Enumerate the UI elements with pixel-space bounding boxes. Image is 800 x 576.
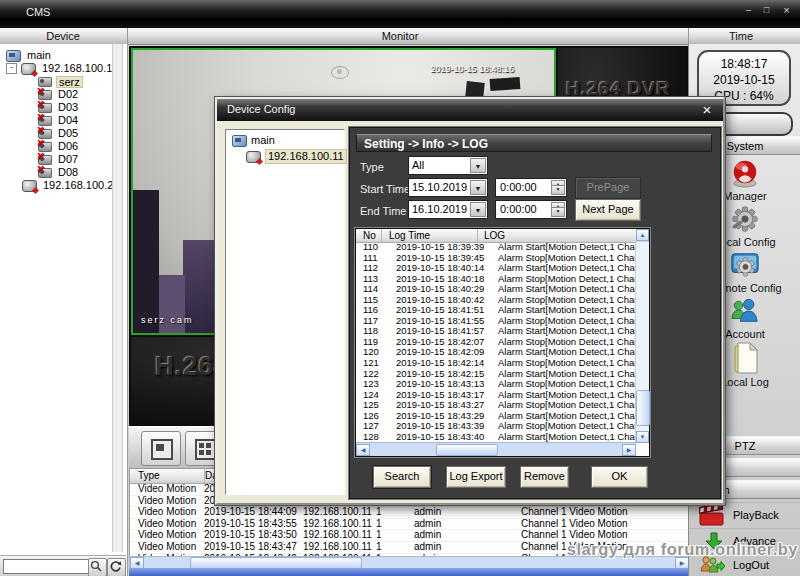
scroll-down-icon[interactable]: ▼	[636, 431, 649, 443]
event-cell: 192.168.100.11	[303, 519, 376, 530]
column-header-logtime[interactable]: Log Time	[382, 229, 478, 242]
log-table-vscrollbar[interactable]: ▲ ▼	[635, 242, 649, 443]
dialog-close-icon[interactable]: ×	[699, 101, 715, 118]
log-cell: Alarm Start[Motion Detect,1 Channel]	[492, 411, 636, 422]
tree-device-item[interactable]: - 192.168.100.11	[0, 62, 127, 75]
device-manager-icon[interactable]	[730, 158, 760, 188]
dialog-tree-device-label: 192.168.100.11	[265, 149, 347, 164]
event-cell: Video Motion	[130, 507, 204, 518]
dvr-device-icon	[22, 180, 37, 192]
maximize-icon[interactable]: □	[759, 4, 774, 17]
end-time-spinner[interactable]: 0:00:00 ▲ ▼	[495, 200, 567, 219]
log-cell: Alarm Start[Motion Detect,1 Channel]	[492, 347, 636, 358]
log-cell: 2019-10-15 18:42:14	[389, 358, 492, 369]
event-cell: 192.168.100.11	[303, 507, 376, 518]
tree-channel-item[interactable]: ×D03	[0, 101, 127, 114]
scroll-up-icon[interactable]: ▲	[636, 229, 649, 241]
nextpage-button[interactable]: Next Page	[575, 199, 641, 221]
ok-button[interactable]: OK	[591, 466, 648, 488]
tree-channel-item[interactable]: ×D08	[0, 166, 127, 179]
event-cell: 2019-10-15 18:44:09	[204, 507, 303, 518]
tree-channel-item[interactable]: ×D04	[0, 114, 127, 127]
remote-config-icon[interactable]	[730, 250, 760, 280]
tree-channel-label: D02	[56, 88, 80, 101]
tree-channel-item[interactable]: ×D07	[0, 153, 127, 166]
event-cell: admin	[414, 542, 521, 553]
column-header-type[interactable]: Type	[130, 469, 205, 483]
scene-object	[133, 190, 159, 333]
search-input[interactable]	[3, 559, 89, 574]
start-date-value: 15.10.2019	[412, 181, 467, 193]
scrollbar-thumb[interactable]	[636, 390, 650, 426]
chevron-down-icon[interactable]: ▼	[470, 202, 486, 217]
log-cell: Alarm Start[Motion Detect,1 Channel]	[492, 432, 636, 443]
log-rows: 1102019-10-15 18:39:39Alarm Start[Motion…	[356, 242, 636, 443]
playback-button[interactable]: PlayBack	[689, 502, 800, 529]
quad-view-icon	[195, 439, 217, 460]
channel-list: serz×D02×D03×D04×D05×D06×D07×D08	[0, 75, 127, 179]
account-icon[interactable]	[730, 296, 760, 326]
offline-x-icon: ×	[37, 85, 44, 98]
tree-channel-item[interactable]: serz	[0, 75, 127, 88]
tree-channel-item[interactable]: ×D06	[0, 140, 127, 153]
log-cell: Alarm Stop[Motion Detect,1 Channel]	[492, 295, 636, 306]
dialog-tree-root[interactable]: main	[226, 134, 344, 147]
column-header-no[interactable]: No	[356, 229, 382, 242]
chevron-down-icon[interactable]: ▼	[470, 180, 486, 195]
logout-label: LogOut	[733, 559, 769, 571]
end-date-select[interactable]: 16.10.2019 ▼	[408, 200, 488, 219]
start-time-spinner[interactable]: 0:00:00 ▲ ▼	[495, 178, 567, 197]
tree-channel-item[interactable]: ×D05	[0, 127, 127, 140]
close-icon[interactable]: ×	[779, 4, 794, 17]
search-button[interactable]	[88, 558, 107, 576]
event-row[interactable]: Video Motion2019-10-15 18:44:09192.168.1…	[130, 507, 689, 519]
end-time-label: End Time	[360, 205, 406, 217]
start-date-select[interactable]: 15.10.2019 ▼	[408, 178, 488, 197]
divider	[688, 28, 689, 44]
tree-root-main[interactable]: main	[0, 49, 127, 62]
tree-channel-label: D05	[56, 127, 80, 140]
local-log-icon[interactable]	[732, 342, 762, 372]
dialog-titlebar[interactable]: Device Config ×	[217, 99, 723, 121]
tree-device-item[interactable]: 192.168.100.23	[0, 179, 127, 192]
tree-collapse-icon[interactable]: -	[6, 63, 17, 74]
dialog-tree-device[interactable]: 192.168.100.11	[226, 150, 344, 163]
log-row[interactable]: 1102019-10-15 18:39:39Alarm Start[Motion…	[356, 242, 636, 253]
log-row[interactable]: 1212019-10-15 18:42:14Alarm Stop[Motion …	[356, 358, 636, 369]
minimize-icon[interactable]: –	[741, 4, 756, 17]
dialog-tree-root-label: main	[251, 134, 275, 147]
offline-x-icon: ×	[37, 98, 44, 111]
event-cell: 192.168.100.11	[303, 530, 376, 541]
log-cell: Alarm Stop[Motion Detect,1 Channel]	[492, 274, 636, 285]
log-table-hscrollbar[interactable]: ◀ ▶	[356, 442, 636, 456]
scrollbar-thumb[interactable]	[436, 444, 498, 456]
log-row[interactable]: 1282019-10-15 18:43:40Alarm Start[Motion…	[356, 432, 636, 443]
search-button[interactable]: Search	[373, 466, 431, 488]
dvr-device-icon	[21, 63, 36, 75]
tree-channel-item[interactable]: ×D02	[0, 88, 127, 101]
spin-down-icon[interactable]: ▼	[551, 207, 565, 217]
scroll-right-icon[interactable]: ▶	[622, 444, 636, 456]
event-row[interactable]: Video Motion2019-10-15 18:43:55192.168.1…	[130, 519, 689, 531]
tree-scrollbar[interactable]	[112, 44, 123, 552]
log-cell: Alarm Start[Motion Detect,1 Channel]	[492, 242, 636, 253]
refresh-button[interactable]	[107, 558, 126, 576]
prepage-button[interactable]: PrePage	[575, 177, 641, 199]
chevron-down-icon[interactable]: ▼	[470, 158, 486, 173]
remove-button[interactable]: Remove	[520, 466, 569, 488]
column-header-log[interactable]: LOG	[478, 229, 649, 242]
spin-down-icon[interactable]: ▼	[551, 185, 565, 195]
tree-channel-label: D08	[56, 166, 80, 179]
single-view-button[interactable]	[141, 431, 181, 466]
type-select[interactable]: All ▼	[408, 156, 488, 175]
tab-time[interactable]: Time	[729, 30, 753, 42]
tab-monitor[interactable]: Monitor	[382, 30, 419, 42]
log-cell: Alarm Stop[Motion Detect,1 Channel]	[492, 358, 636, 369]
device-tree-panel: main - 192.168.100.11 serz×D02×D03×D04×D…	[0, 44, 128, 576]
scroll-left-icon[interactable]: ◀	[356, 444, 370, 456]
local-config-icon[interactable]	[730, 204, 760, 234]
offline-x-icon: ×	[37, 150, 44, 163]
tree-search-bar	[0, 555, 126, 576]
log-export-button[interactable]: Log Export	[446, 466, 506, 488]
tab-device[interactable]: Device	[46, 30, 80, 42]
